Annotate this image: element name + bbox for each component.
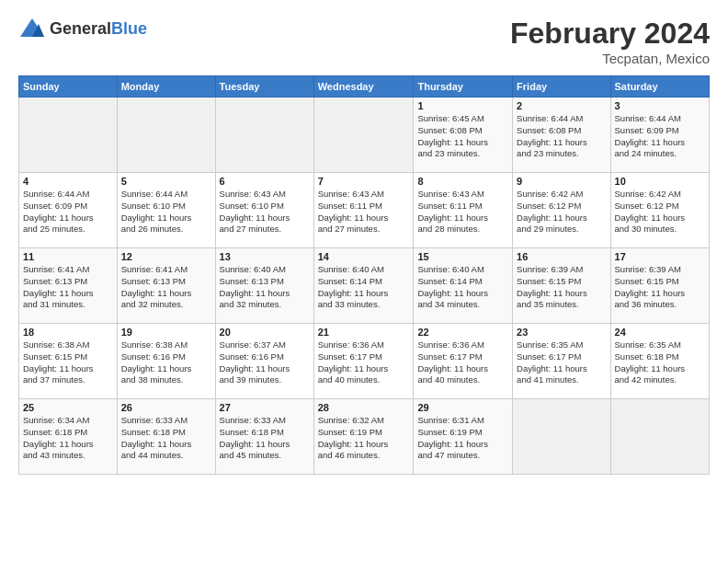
day-number: 20 <box>220 327 310 338</box>
day-cell: 7Sunrise: 6:43 AM Sunset: 6:11 PM Daylig… <box>313 173 414 248</box>
day-number: 24 <box>615 327 705 338</box>
day-number: 23 <box>517 327 606 338</box>
day-number: 14 <box>318 251 410 262</box>
day-number: 8 <box>417 176 508 187</box>
day-info: Sunrise: 6:38 AM Sunset: 6:15 PM Dayligh… <box>23 339 113 386</box>
weekday-header-thursday: Thursday <box>414 76 513 98</box>
day-number: 15 <box>417 251 508 262</box>
day-number: 11 <box>23 251 113 262</box>
day-info: Sunrise: 6:43 AM Sunset: 6:11 PM Dayligh… <box>318 189 410 236</box>
weekday-header-sunday: Sunday <box>19 76 118 98</box>
day-cell: 9Sunrise: 6:42 AM Sunset: 6:12 PM Daylig… <box>513 173 610 248</box>
day-cell: 1Sunrise: 6:45 AM Sunset: 6:08 PM Daylig… <box>414 98 513 173</box>
weekday-header-monday: Monday <box>117 76 215 98</box>
day-info: Sunrise: 6:37 AM Sunset: 6:16 PM Dayligh… <box>220 339 310 386</box>
day-number: 25 <box>23 402 113 413</box>
day-number: 27 <box>220 402 310 413</box>
day-number: 19 <box>121 327 211 338</box>
day-info: Sunrise: 6:36 AM Sunset: 6:17 PM Dayligh… <box>318 339 410 386</box>
day-info: Sunrise: 6:45 AM Sunset: 6:08 PM Dayligh… <box>417 113 508 160</box>
day-number: 22 <box>417 327 508 338</box>
day-cell: 17Sunrise: 6:39 AM Sunset: 6:15 PM Dayli… <box>610 248 709 324</box>
day-number: 6 <box>220 176 310 187</box>
day-cell: 23Sunrise: 6:35 AM Sunset: 6:17 PM Dayli… <box>513 324 610 399</box>
week-row-3: 18Sunrise: 6:38 AM Sunset: 6:15 PM Dayli… <box>19 324 710 399</box>
day-number: 28 <box>318 402 410 413</box>
day-info: Sunrise: 6:44 AM Sunset: 6:08 PM Dayligh… <box>517 113 606 160</box>
day-info: Sunrise: 6:40 AM Sunset: 6:14 PM Dayligh… <box>318 264 410 311</box>
day-number: 17 <box>615 251 705 262</box>
day-cell: 4Sunrise: 6:44 AM Sunset: 6:09 PM Daylig… <box>19 173 118 248</box>
day-info: Sunrise: 6:44 AM Sunset: 6:10 PM Dayligh… <box>121 189 211 236</box>
day-cell: 15Sunrise: 6:40 AM Sunset: 6:14 PM Dayli… <box>414 248 513 324</box>
day-number: 16 <box>517 251 606 262</box>
week-row-4: 25Sunrise: 6:34 AM Sunset: 6:18 PM Dayli… <box>19 399 710 475</box>
day-cell: 25Sunrise: 6:34 AM Sunset: 6:18 PM Dayli… <box>19 399 118 475</box>
header: GeneralBlue February 2024 Tecpatan, Mexi… <box>18 17 710 66</box>
page: GeneralBlue February 2024 Tecpatan, Mexi… <box>0 0 728 484</box>
day-info: Sunrise: 6:44 AM Sunset: 6:09 PM Dayligh… <box>615 113 705 160</box>
weekday-header-tuesday: Tuesday <box>215 76 313 98</box>
weekday-header-wednesday: Wednesday <box>313 76 414 98</box>
day-cell: 22Sunrise: 6:36 AM Sunset: 6:17 PM Dayli… <box>414 324 513 399</box>
day-number: 4 <box>23 176 113 187</box>
logo-blue: Blue <box>111 19 147 38</box>
day-info: Sunrise: 6:39 AM Sunset: 6:15 PM Dayligh… <box>615 264 705 311</box>
day-cell: 12Sunrise: 6:41 AM Sunset: 6:13 PM Dayli… <box>117 248 215 324</box>
day-number: 7 <box>318 176 410 187</box>
calendar-table: SundayMondayTuesdayWednesdayThursdayFrid… <box>18 75 710 475</box>
day-cell: 27Sunrise: 6:33 AM Sunset: 6:18 PM Dayli… <box>215 399 313 475</box>
day-info: Sunrise: 6:33 AM Sunset: 6:18 PM Dayligh… <box>220 415 310 462</box>
day-info: Sunrise: 6:40 AM Sunset: 6:13 PM Dayligh… <box>220 264 310 311</box>
calendar-header: SundayMondayTuesdayWednesdayThursdayFrid… <box>19 76 710 98</box>
day-info: Sunrise: 6:38 AM Sunset: 6:16 PM Dayligh… <box>121 339 211 386</box>
day-cell: 5Sunrise: 6:44 AM Sunset: 6:10 PM Daylig… <box>117 173 215 248</box>
title-month: February 2024 <box>510 17 710 51</box>
logo-text: GeneralBlue <box>50 19 147 39</box>
day-cell <box>313 98 414 173</box>
week-row-2: 11Sunrise: 6:41 AM Sunset: 6:13 PM Dayli… <box>19 248 710 324</box>
logo: GeneralBlue <box>18 17 147 40</box>
day-number: 29 <box>417 402 508 413</box>
day-cell: 2Sunrise: 6:44 AM Sunset: 6:08 PM Daylig… <box>513 98 610 173</box>
day-number: 12 <box>121 251 211 262</box>
day-cell: 28Sunrise: 6:32 AM Sunset: 6:19 PM Dayli… <box>313 399 414 475</box>
day-cell <box>513 399 610 475</box>
day-info: Sunrise: 6:43 AM Sunset: 6:10 PM Dayligh… <box>220 189 310 236</box>
day-info: Sunrise: 6:44 AM Sunset: 6:09 PM Dayligh… <box>23 189 113 236</box>
day-number: 2 <box>517 100 606 111</box>
day-number: 13 <box>220 251 310 262</box>
day-info: Sunrise: 6:35 AM Sunset: 6:18 PM Dayligh… <box>615 339 705 386</box>
day-cell <box>610 399 709 475</box>
day-info: Sunrise: 6:35 AM Sunset: 6:17 PM Dayligh… <box>517 339 606 386</box>
day-cell: 19Sunrise: 6:38 AM Sunset: 6:16 PM Dayli… <box>117 324 215 399</box>
day-cell: 16Sunrise: 6:39 AM Sunset: 6:15 PM Dayli… <box>513 248 610 324</box>
day-number: 18 <box>23 327 113 338</box>
day-number: 1 <box>417 100 508 111</box>
day-cell: 14Sunrise: 6:40 AM Sunset: 6:14 PM Dayli… <box>313 248 414 324</box>
day-cell <box>19 98 118 173</box>
day-cell: 8Sunrise: 6:43 AM Sunset: 6:11 PM Daylig… <box>414 173 513 248</box>
day-cell: 21Sunrise: 6:36 AM Sunset: 6:17 PM Dayli… <box>313 324 414 399</box>
title-block: February 2024 Tecpatan, Mexico <box>510 17 710 66</box>
day-number: 3 <box>615 100 705 111</box>
day-info: Sunrise: 6:43 AM Sunset: 6:11 PM Dayligh… <box>417 189 508 236</box>
week-row-1: 4Sunrise: 6:44 AM Sunset: 6:09 PM Daylig… <box>19 173 710 248</box>
day-info: Sunrise: 6:36 AM Sunset: 6:17 PM Dayligh… <box>417 339 508 386</box>
day-cell: 29Sunrise: 6:31 AM Sunset: 6:19 PM Dayli… <box>414 399 513 475</box>
day-cell <box>215 98 313 173</box>
day-info: Sunrise: 6:41 AM Sunset: 6:13 PM Dayligh… <box>23 264 113 311</box>
logo-general: General <box>50 19 111 38</box>
day-cell: 10Sunrise: 6:42 AM Sunset: 6:12 PM Dayli… <box>610 173 709 248</box>
day-number: 9 <box>517 176 606 187</box>
day-info: Sunrise: 6:31 AM Sunset: 6:19 PM Dayligh… <box>417 415 508 462</box>
day-cell: 20Sunrise: 6:37 AM Sunset: 6:16 PM Dayli… <box>215 324 313 399</box>
day-number: 5 <box>121 176 211 187</box>
day-info: Sunrise: 6:39 AM Sunset: 6:15 PM Dayligh… <box>517 264 606 311</box>
week-row-0: 1Sunrise: 6:45 AM Sunset: 6:08 PM Daylig… <box>19 98 710 173</box>
weekday-header-friday: Friday <box>513 76 610 98</box>
day-cell: 6Sunrise: 6:43 AM Sunset: 6:10 PM Daylig… <box>215 173 313 248</box>
day-info: Sunrise: 6:40 AM Sunset: 6:14 PM Dayligh… <box>417 264 508 311</box>
day-number: 26 <box>121 402 211 413</box>
day-info: Sunrise: 6:32 AM Sunset: 6:19 PM Dayligh… <box>318 415 410 462</box>
